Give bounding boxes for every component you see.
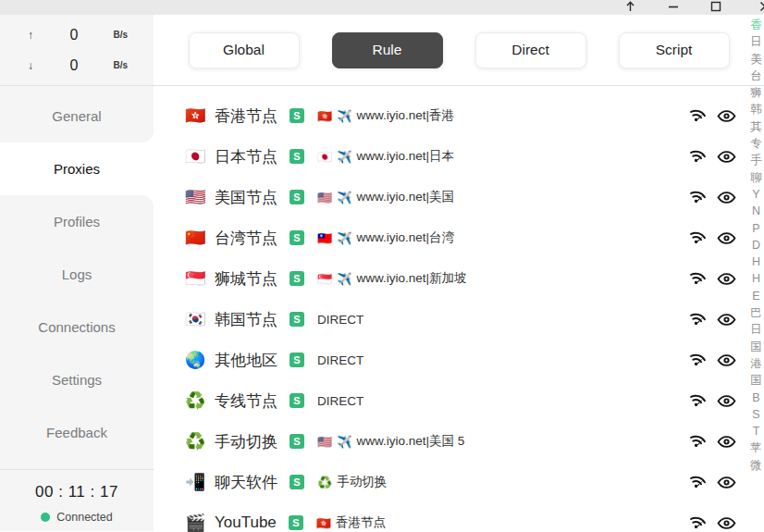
group-name: 聊天软件 (215, 472, 277, 493)
proxy-group-row[interactable]: ♻️手动切换S🇺🇸✈️www.iyio.net|美国 5 (185, 421, 736, 462)
download-value: 0 (48, 57, 100, 74)
selected-node-label: DIRECT (317, 353, 364, 367)
tab-rule[interactable]: Rule (332, 32, 443, 68)
index-rail-item[interactable]: H (752, 254, 760, 270)
eye-icon[interactable] (717, 269, 736, 289)
selected-node: DIRECT (317, 353, 364, 367)
tab-script[interactable]: Script (619, 32, 730, 68)
proxy-group-row[interactable]: 🇭🇰香港节点S🇭🇰✈️www.iyio.net|香港 (185, 95, 736, 136)
index-rail-item[interactable]: S (752, 406, 759, 423)
speedtest-wifi-icon[interactable] (687, 310, 707, 329)
proxy-group-row[interactable]: 🇯🇵日本节点S🇯🇵✈️www.iyio.net|日本 (185, 136, 736, 177)
index-rail-item[interactable]: 巴 (750, 304, 762, 321)
sidebar-item-connections[interactable]: Connections (0, 301, 154, 353)
mode-tabs: GlobalRuleDirectScript (154, 15, 764, 86)
index-rail-item[interactable]: 国 (750, 339, 762, 355)
selected-node: 🇭🇰✈️www.iyio.net|香港 (317, 107, 454, 124)
node-flag-icon: 🇸🇬 (317, 272, 332, 286)
pin-button[interactable] (624, 2, 636, 14)
index-rail-item[interactable]: 专 (750, 135, 762, 152)
speedtest-wifi-icon[interactable] (687, 269, 707, 289)
upload-value: 0 (48, 27, 100, 43)
row-actions (687, 188, 736, 207)
speedtest-wifi-icon[interactable] (687, 106, 707, 126)
group-name: 其他地区 (215, 350, 277, 371)
proxy-group-row[interactable]: 🇰🇷韩国节点SDIRECT (185, 299, 736, 340)
index-rail-item[interactable]: 港 (750, 355, 762, 372)
index-rail-item[interactable]: T (753, 423, 760, 439)
eye-icon[interactable] (717, 310, 736, 329)
minimize-button[interactable] (667, 2, 679, 14)
row-actions (687, 351, 736, 370)
eye-icon[interactable] (717, 106, 736, 126)
index-rail-item[interactable]: 苹 (750, 439, 762, 456)
group-flag-icon: ♻️ (185, 390, 207, 411)
speedtest-wifi-icon[interactable] (687, 473, 707, 492)
index-rail-item[interactable]: 台 (750, 68, 762, 84)
sidebar-item-logs[interactable]: Logs (0, 248, 154, 301)
index-rail-item[interactable]: 美 (750, 51, 762, 68)
eye-icon[interactable] (717, 391, 736, 411)
tab-direct[interactable]: Direct (475, 32, 586, 68)
proxy-group-row[interactable]: 🇨🇳台湾节点S🇹🇼✈️www.iyio.net|台湾 (185, 217, 736, 258)
index-rail-item[interactable]: 日 (750, 321, 762, 338)
proxy-group-row[interactable]: 🇺🇸美国节点S🇺🇸✈️www.iyio.net|美国 (185, 177, 736, 217)
eye-icon[interactable] (717, 188, 736, 207)
selected-node-label: www.iyio.net|日本 (356, 148, 454, 165)
proxy-group-row[interactable]: 🎬YouTubeS🇭🇰香港节点 (185, 502, 736, 532)
index-rail-item[interactable]: B (752, 390, 759, 406)
index-rail-item[interactable]: N (752, 203, 760, 219)
index-rail-item[interactable]: 狮 (750, 84, 762, 101)
node-flag-icon: 🇭🇰 (317, 109, 332, 123)
speedtest-wifi-icon[interactable] (687, 432, 707, 452)
speedtest-wifi-icon[interactable] (687, 351, 707, 370)
airplane-icon: ✈️ (337, 109, 351, 123)
proxy-group-row[interactable]: ♻️专线节点SDIRECT (185, 380, 736, 421)
sidebar-item-profiles[interactable]: Profiles (0, 195, 154, 248)
eye-icon[interactable] (717, 432, 736, 452)
sidebar-item-proxies[interactable]: Proxies (0, 142, 154, 195)
selector-type-badge: S (290, 230, 304, 245)
upload-speed: ↑ 0 B/s (28, 27, 128, 43)
proxy-group-row[interactable]: 📲聊天软件S♻️手动切换 (185, 462, 736, 502)
sidebar-item-settings[interactable]: Settings (0, 353, 154, 406)
sidebar-item-general[interactable]: General (0, 90, 154, 142)
speedtest-wifi-icon[interactable] (687, 391, 707, 411)
proxy-group-row[interactable]: 🇸🇬狮城节点S🇸🇬✈️www.iyio.net|新加坡 (185, 258, 736, 299)
index-rail-item[interactable]: D (752, 237, 760, 254)
row-actions (687, 391, 736, 411)
close-button[interactable] (758, 2, 764, 14)
index-rail-item[interactable]: 日 (750, 33, 762, 50)
index-rail-item[interactable]: Y (752, 186, 759, 203)
maximize-icon (710, 0, 721, 15)
index-rail-item[interactable]: 国 (750, 372, 762, 389)
index-rail-item[interactable]: 香 (750, 17, 762, 33)
proxy-group-row[interactable]: 🌏其他地区SDIRECT (185, 340, 736, 380)
index-rail-item[interactable]: 微 (750, 457, 762, 474)
eye-icon[interactable] (717, 147, 736, 167)
eye-icon[interactable] (717, 351, 736, 370)
eye-icon[interactable] (717, 473, 736, 492)
eye-icon[interactable] (717, 229, 736, 248)
group-name: 专线节点 (215, 390, 277, 412)
speedtest-wifi-icon[interactable] (687, 229, 707, 248)
selected-node-label: www.iyio.net|新加坡 (356, 270, 466, 287)
index-rail-item[interactable]: E (752, 288, 759, 304)
index-rail-item[interactable]: P (752, 220, 759, 237)
index-rail-item[interactable]: 手 (750, 152, 762, 168)
index-rail-item[interactable]: 其 (750, 118, 762, 135)
maximize-button[interactable] (709, 2, 721, 14)
node-flag-icon: ♻️ (317, 476, 332, 489)
speedtest-wifi-icon[interactable] (687, 147, 707, 167)
index-rail-item[interactable]: 韩 (750, 101, 762, 118)
speedtest-wifi-icon[interactable] (687, 188, 707, 207)
index-rail-item[interactable]: H (752, 270, 760, 287)
eye-icon[interactable] (717, 513, 736, 532)
minimize-icon (668, 0, 679, 15)
sidebar-item-feedback[interactable]: Feedback (0, 406, 154, 459)
index-rail-item[interactable]: 聊 (750, 169, 762, 186)
upload-arrow-icon: ↑ (28, 29, 48, 42)
tab-global[interactable]: Global (189, 32, 300, 68)
selector-type-badge: S (290, 434, 304, 449)
speedtest-wifi-icon[interactable] (687, 513, 707, 532)
